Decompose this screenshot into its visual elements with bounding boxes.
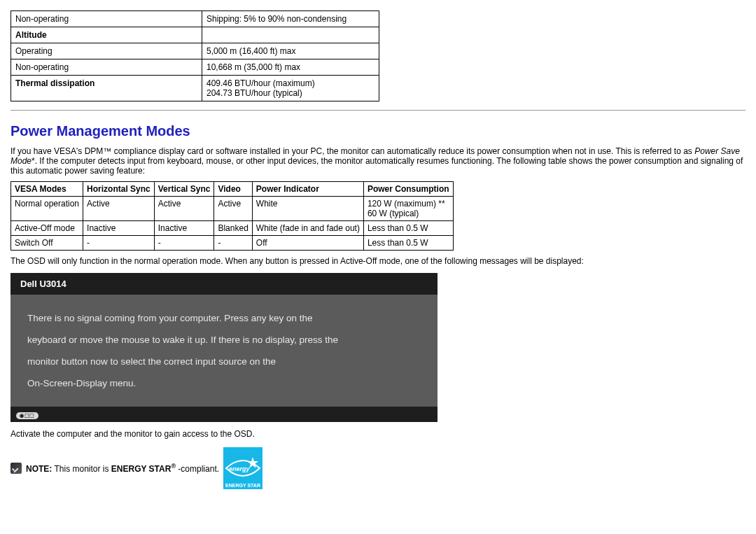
- table-cell: White (fade in and fade out): [252, 221, 363, 236]
- spec-value: [202, 27, 379, 43]
- input-source-icon: ◉⬚⬚: [16, 412, 38, 419]
- column-header: Power Indicator: [252, 182, 363, 197]
- osd-line: On-Screen-Display menu.: [27, 372, 421, 394]
- intro-paragraph: If you have VESA's DPM™ compliance displ…: [10, 146, 746, 176]
- column-header: Horizontal Sync: [83, 182, 155, 197]
- osd-line: There is no signal coming from your comp…: [27, 307, 421, 329]
- table-cell: Less than 0.5 W: [363, 221, 453, 236]
- osd-message-box: Dell U3014 There is no signal coming fro…: [10, 273, 438, 422]
- table-cell: Active: [214, 197, 252, 221]
- table-row: Thermal dissipation409.46 BTU/hour (maxi…: [11, 76, 379, 101]
- note-text: NOTE: This monitor is ENERGY STAR® -comp…: [26, 463, 219, 474]
- osd-footer: ◉⬚⬚: [10, 407, 438, 422]
- table-row: Active-Off modeInactiveInactiveBlankedWh…: [11, 221, 454, 236]
- table-cell: Inactive: [154, 221, 214, 236]
- table-cell: Active: [83, 197, 155, 221]
- table-cell: Normal operation: [11, 197, 83, 221]
- spec-value: 409.46 BTU/hour (maximum) 204.73 BTU/hou…: [202, 76, 379, 101]
- svg-text:ENERGY STAR: ENERGY STAR: [225, 483, 260, 488]
- spec-label: Thermal dissipation: [11, 76, 202, 101]
- table-cell: Active: [154, 197, 214, 221]
- table-cell: -: [214, 236, 252, 251]
- column-header: Video: [214, 182, 252, 197]
- activate-text: Activate the computer and the monitor to…: [10, 429, 746, 439]
- spec-label: Non-operating: [11, 11, 202, 27]
- osd-line: monitor button now to select the correct…: [27, 351, 421, 372]
- osd-title: Dell U3014: [10, 273, 438, 295]
- table-row: Non-operatingShipping: 5% to 90% non-con…: [11, 11, 379, 27]
- spec-label: Altitude: [11, 27, 202, 43]
- table-cell: Active-Off mode: [11, 221, 83, 236]
- note-prefix: NOTE:: [26, 464, 52, 474]
- table-cell: White: [252, 197, 363, 221]
- energy-star-logo: energy ENERGY STAR: [223, 447, 262, 489]
- table-row: Switch Off---OffLess than 0.5 W: [11, 236, 454, 251]
- table-cell: -: [154, 236, 214, 251]
- spec-value: 10,668 m (35,000 ft) max: [202, 59, 379, 76]
- osd-message-body: There is no signal coming from your comp…: [10, 295, 438, 407]
- column-header: VESA Modes: [11, 182, 83, 197]
- svg-text:energy: energy: [229, 465, 251, 472]
- column-header: Vertical Sync: [154, 182, 214, 197]
- note-icon: [10, 463, 22, 474]
- osd-line: keyboard or move the mouse to wake it up…: [27, 329, 421, 351]
- table-row: Normal operationActiveActiveActiveWhite1…: [11, 197, 454, 221]
- table-cell: Less than 0.5 W: [363, 236, 453, 251]
- table-cell: Switch Off: [11, 236, 83, 251]
- table-row: Altitude: [11, 27, 379, 43]
- environmental-spec-table: Non-operatingShipping: 5% to 90% non-con…: [10, 10, 379, 101]
- divider: [10, 110, 746, 111]
- table-cell: Off: [252, 236, 363, 251]
- spec-value: Shipping: 5% to 90% non-condensing: [202, 11, 379, 27]
- spec-label: Non-operating: [11, 59, 202, 76]
- table-cell: 120 W (maximum) ** 60 W (typical): [363, 197, 453, 221]
- intro-text-2: *. If the computer detects input from ke…: [10, 156, 743, 176]
- table-cell: Inactive: [83, 221, 155, 236]
- table-row: Non-operating10,668 m (35,000 ft) max: [11, 59, 379, 76]
- intro-text-1: If you have VESA's DPM™ compliance displ…: [10, 146, 694, 156]
- note-part1: This monitor is: [52, 464, 111, 474]
- column-header: Power Consumption: [363, 182, 453, 197]
- table-cell: Blanked: [214, 221, 252, 236]
- spec-label: Operating: [11, 43, 202, 59]
- osd-note-text: The OSD will only function in the normal…: [10, 256, 746, 266]
- power-modes-table: VESA ModesHorizontal SyncVertical SyncVi…: [10, 181, 454, 251]
- table-cell: -: [83, 236, 155, 251]
- energy-star-note: NOTE: This monitor is ENERGY STAR® -comp…: [10, 447, 746, 489]
- table-row: Operating5,000 m (16,400 ft) max: [11, 43, 379, 59]
- spec-value: 5,000 m (16,400 ft) max: [202, 43, 379, 59]
- section-heading-power-management: Power Management Modes: [10, 123, 746, 139]
- note-part2: -compliant.: [176, 464, 219, 474]
- note-energystar: ENERGY STAR: [111, 464, 172, 474]
